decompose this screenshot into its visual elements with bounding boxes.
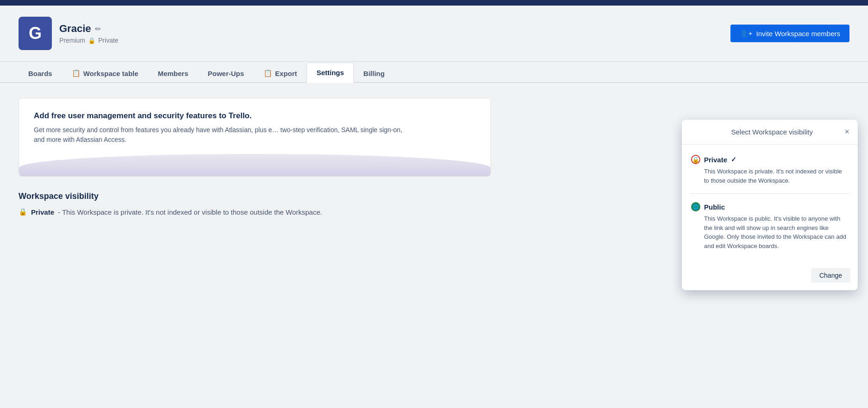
tab-workspace-table-label: Workspace table [83, 70, 138, 77]
workspace-plan: Premium [59, 37, 85, 44]
top-bar [0, 0, 868, 6]
dropdown-body: 🔒 Private ✓ This Workspace is private. I… [682, 145, 858, 262]
private-lock-icon: 🔒 [691, 155, 700, 164]
public-option-desc: This Workspace is public. It's visible t… [691, 214, 849, 250]
visibility-label: Private [31, 208, 54, 216]
workspace-visibility-section: Workspace visibility 🔒 Private - This Wo… [19, 191, 491, 216]
section-title: Workspace visibility [19, 191, 491, 201]
workspace-privacy: Private [98, 37, 119, 44]
dropdown-header: Select Workspace visibility × [682, 120, 858, 145]
public-option-header: 🌐 Public [691, 202, 849, 211]
main-content: Add free user management and security fe… [0, 83, 509, 231]
workspace-avatar: G [19, 17, 52, 50]
close-icon: × [844, 127, 849, 137]
tab-boards-label: Boards [28, 70, 52, 77]
invite-icon: 👤+ [740, 29, 753, 38]
tab-billing[interactable]: Billing [354, 64, 395, 83]
tab-workspace-table[interactable]: 📋 Workspace table [62, 63, 148, 83]
tabs-bar: Boards 📋 Workspace table Members Power-U… [0, 62, 868, 83]
workspace-name-row: Gracie ✏ [59, 23, 119, 35]
options-divider [689, 193, 850, 194]
close-button[interactable]: × [843, 126, 850, 138]
promo-text: Get more security and control from featu… [34, 125, 404, 145]
private-option[interactable]: 🔒 Private ✓ This Workspace is private. I… [689, 150, 850, 190]
export-icon: 📋 [264, 69, 272, 77]
promo-wave [19, 154, 491, 176]
public-option[interactable]: 🌐 Public This Workspace is public. It's … [689, 198, 850, 255]
public-globe-icon: 🌐 [691, 202, 700, 211]
tab-members[interactable]: Members [148, 64, 198, 83]
tab-power-ups-label: Power-Ups [208, 70, 244, 77]
dropdown-title: Select Workspace visibility [700, 128, 843, 136]
workspace-identity: G Gracie ✏ Premium 🔒 Private [19, 17, 119, 61]
tab-settings[interactable]: Settings [307, 63, 353, 83]
workspace-name: Gracie [59, 23, 91, 35]
tab-export-label: Export [275, 70, 297, 77]
visibility-dropdown: Select Workspace visibility × 🔒 Private … [682, 120, 858, 290]
visibility-row: 🔒 Private - This Workspace is private. I… [19, 208, 491, 216]
edit-icon[interactable]: ✏ [95, 25, 101, 33]
workspace-table-icon: 📋 [72, 69, 81, 77]
tab-power-ups[interactable]: Power-Ups [198, 64, 254, 83]
lock-icon: 🔒 [88, 37, 95, 44]
tab-export[interactable]: 📋 Export [254, 63, 307, 83]
tab-settings-label: Settings [316, 69, 344, 76]
workspace-info: Gracie ✏ Premium 🔒 Private [59, 23, 119, 44]
private-checkmark: ✓ [731, 156, 736, 163]
change-button[interactable]: Change [811, 268, 850, 283]
private-option-label: Private [704, 156, 727, 164]
lock-red-icon: 🔒 [19, 208, 27, 216]
tab-billing-label: Billing [364, 70, 385, 77]
invite-workspace-members-button[interactable]: 👤+ Invite Workspace members [730, 25, 849, 42]
private-option-desc: This Workspace is private. It's not inde… [691, 167, 849, 185]
promo-card: Add free user management and security fe… [19, 98, 491, 177]
dropdown-footer: Change [682, 262, 858, 290]
tab-members-label: Members [158, 70, 189, 77]
workspace-meta: Premium 🔒 Private [59, 37, 119, 44]
header-area: G Gracie ✏ Premium 🔒 Private 👤+ Invite W… [0, 6, 868, 62]
visibility-description: - This Workspace is private. It's not in… [58, 208, 322, 216]
public-option-label: Public [704, 203, 725, 211]
tab-boards[interactable]: Boards [19, 64, 62, 83]
promo-title: Add free user management and security fe… [34, 111, 476, 121]
private-option-header: 🔒 Private ✓ [691, 155, 849, 164]
